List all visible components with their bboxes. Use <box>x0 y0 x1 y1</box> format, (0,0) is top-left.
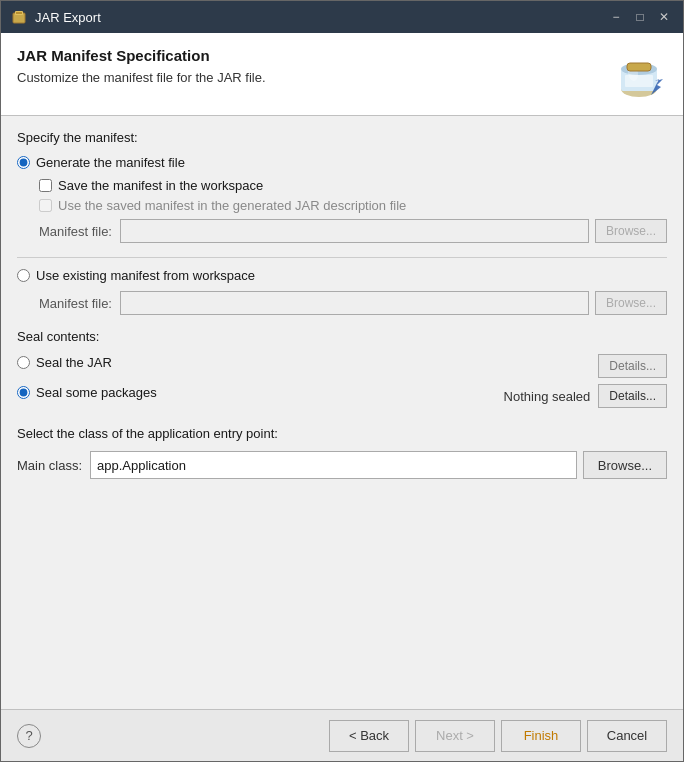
divider-1 <box>17 257 667 258</box>
seal-jar-radio-option[interactable]: Seal the JAR <box>17 355 598 370</box>
header-text: JAR Manifest Specification Customize the… <box>17 47 611 85</box>
seal-jar-details-button[interactable]: Details... <box>598 354 667 378</box>
manifest-file-label-2: Manifest file: <box>39 296 112 311</box>
specify-manifest-label: Specify the manifest: <box>17 130 667 145</box>
help-button[interactable]: ? <box>17 724 41 748</box>
svg-rect-2 <box>16 12 22 14</box>
svg-rect-7 <box>627 63 651 71</box>
generate-manifest-input[interactable] <box>17 156 30 169</box>
save-manifest-checkbox[interactable] <box>39 179 52 192</box>
manifest-file-row-2: Manifest file: Browse... <box>39 291 667 315</box>
save-manifest-option: Save the manifest in the workspace <box>39 178 667 193</box>
main-class-label: Main class: <box>17 458 82 473</box>
titlebar-controls: − □ ✕ <box>607 8 673 26</box>
header-subtitle: Customize the manifest file for the JAR … <box>17 70 611 85</box>
main-class-row: Main class: Browse... <box>17 451 667 479</box>
seal-section: Seal contents: Seal the JAR Details... S… <box>17 329 667 408</box>
seal-packages-row: Seal some packages Nothing sealed Detail… <box>17 384 667 408</box>
generate-checkbox-group: Save the manifest in the workspace Use t… <box>39 178 667 213</box>
main-class-input[interactable] <box>90 451 577 479</box>
manifest-file-label-1: Manifest file: <box>39 224 112 239</box>
nothing-sealed-text: Nothing sealed <box>504 389 591 404</box>
generate-manifest-radio[interactable]: Generate the manifest file <box>17 155 667 170</box>
seal-jar-input[interactable] <box>17 356 30 369</box>
seal-packages-input[interactable] <box>17 386 30 399</box>
maximize-button[interactable]: □ <box>631 8 649 26</box>
footer-buttons: < Back Next > Finish Cancel <box>329 720 667 752</box>
header-title: JAR Manifest Specification <box>17 47 611 64</box>
next-button[interactable]: Next > <box>415 720 495 752</box>
main-content: Specify the manifest: Generate the manif… <box>1 116 683 709</box>
entry-point-section: Select the class of the application entr… <box>17 426 667 479</box>
titlebar-icon <box>11 9 27 25</box>
back-button[interactable]: < Back <box>329 720 409 752</box>
manifest-file-row-1: Manifest file: Browse... <box>39 219 667 243</box>
manifest-file-input-2[interactable] <box>120 291 589 315</box>
use-existing-radio[interactable]: Use existing manifest from workspace <box>17 268 667 283</box>
use-saved-manifest-checkbox[interactable] <box>39 199 52 212</box>
browse-button-2[interactable]: Browse... <box>595 291 667 315</box>
seal-packages-label: Seal some packages <box>36 385 157 400</box>
close-button[interactable]: ✕ <box>655 8 673 26</box>
titlebar-title: JAR Export <box>35 10 607 25</box>
finish-button[interactable]: Finish <box>501 720 581 752</box>
manifest-file-input-1[interactable] <box>120 219 589 243</box>
svg-rect-8 <box>625 75 653 87</box>
footer: ? < Back Next > Finish Cancel <box>1 709 683 761</box>
minimize-button[interactable]: − <box>607 8 625 26</box>
seal-jar-row: Seal the JAR Details... <box>17 354 667 378</box>
generate-manifest-label: Generate the manifest file <box>36 155 185 170</box>
use-saved-manifest-label: Use the saved manifest in the generated … <box>58 198 406 213</box>
save-manifest-label: Save the manifest in the workspace <box>58 178 263 193</box>
browse-button-1[interactable]: Browse... <box>595 219 667 243</box>
header-section: JAR Manifest Specification Customize the… <box>1 33 683 116</box>
use-saved-manifest-option: Use the saved manifest in the generated … <box>39 198 667 213</box>
seal-packages-radio-option[interactable]: Seal some packages <box>17 385 157 400</box>
main-class-browse-button[interactable]: Browse... <box>583 451 667 479</box>
seal-packages-details-button[interactable]: Details... <box>598 384 667 408</box>
use-existing-label: Use existing manifest from workspace <box>36 268 255 283</box>
jar-export-window: JAR Export − □ ✕ JAR Manifest Specificat… <box>0 0 684 762</box>
entry-point-label: Select the class of the application entr… <box>17 426 667 441</box>
header-icon <box>611 47 667 103</box>
seal-jar-label: Seal the JAR <box>36 355 112 370</box>
seal-contents-label: Seal contents: <box>17 329 667 344</box>
titlebar: JAR Export − □ ✕ <box>1 1 683 33</box>
use-existing-input[interactable] <box>17 269 30 282</box>
cancel-button[interactable]: Cancel <box>587 720 667 752</box>
